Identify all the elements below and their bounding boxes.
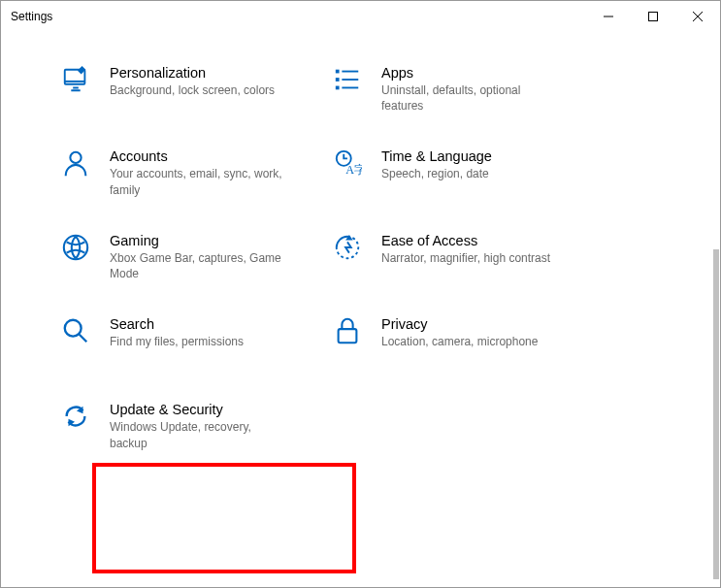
svg-point-11 [64,236,87,259]
svg-text:A字: A字 [345,164,362,178]
window-controls [586,1,720,32]
gaming-icon [59,233,92,266]
privacy-icon [331,316,364,349]
vertical-scrollbar[interactable] [713,249,719,579]
tile-title: Gaming [110,233,284,248]
tile-desc: Narrator, magnifier, high contrast [381,250,550,266]
maximize-button[interactable] [631,1,675,32]
window-title: Settings [11,10,52,23]
svg-rect-3 [336,78,340,82]
settings-grid: Personalization Background, lock screen,… [1,32,720,587]
tile-time-language[interactable]: A字 Time & Language Speech, region, date [331,145,603,201]
tile-accounts[interactable]: Accounts Your accounts, email, sync, wor… [59,145,331,201]
tile-apps[interactable]: Apps Uninstall, defaults, optional featu… [331,61,603,117]
minimize-button[interactable] [586,1,631,32]
tile-gaming[interactable]: Gaming Xbox Game Bar, captures, Game Mod… [59,229,331,285]
update-security-icon [59,402,92,435]
tile-title: Time & Language [381,148,492,164]
close-button[interactable] [675,1,720,32]
svg-rect-7 [342,87,358,89]
tile-personalization[interactable]: Personalization Background, lock screen,… [59,61,331,117]
accounts-icon [59,148,92,181]
tile-title: Apps [381,65,556,81]
tile-search[interactable]: Search Find my files, permissions [59,312,331,353]
tile-desc: Background, lock screen, colors [110,82,275,98]
tile-desc: Uninstall, defaults, optional features [381,82,556,114]
svg-rect-14 [339,329,357,343]
tile-update-security[interactable]: Update & Security Windows Update, recove… [59,398,331,454]
tile-title: Search [110,316,244,332]
tile-title: Ease of Access [381,233,550,248]
svg-point-8 [70,152,81,163]
svg-rect-2 [336,70,340,74]
svg-rect-6 [342,79,358,81]
tile-title: Privacy [381,316,538,332]
search-icon [59,316,92,349]
personalization-icon [59,65,92,98]
svg-point-13 [65,320,82,337]
tile-desc: Xbox Game Bar, captures, Game Mode [110,250,284,281]
apps-icon [331,65,364,98]
svg-rect-4 [336,86,340,90]
svg-rect-5 [342,71,358,73]
svg-rect-0 [649,13,658,21]
tile-title: Personalization [110,65,275,81]
tile-title: Accounts [110,148,284,164]
tile-desc: Your accounts, email, sync, work, family [110,166,284,197]
tile-desc: Location, camera, microphone [381,334,538,349]
tile-ease-of-access[interactable]: Ease of Access Narrator, magnifier, high… [331,229,603,285]
tile-title: Update & Security [110,402,284,417]
tile-privacy[interactable]: Privacy Location, camera, microphone [331,312,603,353]
tile-desc: Windows Update, recovery, backup [110,419,284,450]
tile-desc: Speech, region, date [381,166,492,181]
tile-desc: Find my files, permissions [110,334,244,349]
titlebar: Settings [1,1,720,32]
ease-of-access-icon [331,233,364,266]
time-language-icon: A字 [331,148,364,181]
